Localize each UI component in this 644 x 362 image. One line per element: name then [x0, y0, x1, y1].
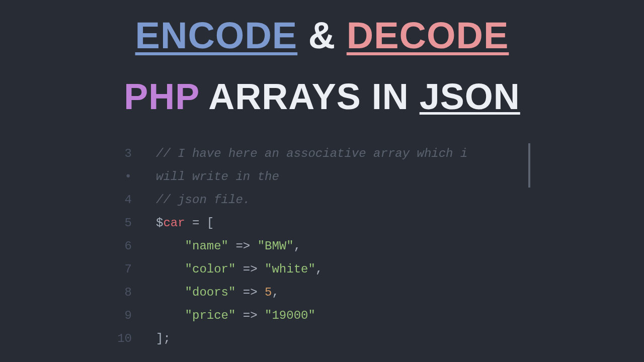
code-line: •will write in the — [116, 165, 528, 189]
code-token — [156, 262, 185, 276]
code-content: // json file. — [156, 189, 528, 212]
code-editor: 3// I have here an associative array whi… — [116, 142, 528, 350]
code-token: "name" — [185, 239, 228, 253]
code-token: // I have here an associative array whic… — [156, 147, 467, 160]
title-block: ENCODE & DECODE PHP ARRAYS IN JSON — [0, 0, 644, 117]
code-line: 7 "color" => "white", — [116, 258, 528, 281]
code-line: 10]; — [116, 327, 528, 350]
title-word-json: JSON — [420, 76, 520, 117]
code-token: car — [163, 216, 185, 230]
code-line: 9 "price" => "19000" — [116, 304, 528, 327]
code-token: , — [294, 239, 301, 253]
line-number: 4 — [116, 189, 156, 212]
code-token: = — [185, 216, 207, 230]
line-number: 10 — [116, 327, 156, 350]
code-line: 8 "doors" => 5, — [116, 281, 528, 304]
code-token: will write in the — [156, 170, 279, 184]
code-token: 5 — [265, 286, 272, 299]
code-token: => — [235, 286, 265, 299]
code-token: "price" — [185, 309, 236, 322]
code-block: 3// I have here an associative array whi… — [116, 142, 528, 350]
code-line: 3// I have here an associative array whi… — [116, 142, 528, 165]
code-line: 6 "name" => "BMW", — [116, 235, 528, 258]
title-line-1: ENCODE & DECODE — [0, 15, 644, 56]
code-token — [156, 286, 185, 299]
code-content: "name" => "BMW", — [156, 235, 528, 258]
code-token: "BMW" — [258, 239, 294, 253]
line-number: 6 — [116, 235, 156, 258]
code-token: , — [315, 262, 323, 276]
code-content: ]; — [156, 327, 528, 350]
code-line: 4// json file. — [116, 189, 528, 212]
line-number: 8 — [116, 281, 156, 304]
code-token: "19000" — [265, 309, 315, 322]
code-content: // I have here an associative array whic… — [156, 142, 528, 165]
title-word-decode: DECODE — [347, 15, 509, 56]
code-token: => — [235, 262, 265, 276]
cursor-indicator — [528, 143, 530, 188]
title-word-php: PHP — [124, 76, 199, 117]
code-token: // json file. — [156, 193, 250, 207]
code-content: "color" => "white", — [156, 258, 528, 281]
code-token: "color" — [185, 262, 236, 276]
line-number: 7 — [116, 258, 156, 281]
line-number: 5 — [116, 212, 156, 235]
code-token: => — [235, 309, 265, 322]
code-content: "price" => "19000" — [156, 304, 528, 327]
code-token: "white" — [265, 262, 315, 276]
code-token: , — [272, 286, 279, 299]
line-number: 9 — [116, 304, 156, 327]
title-words-arrays-in: ARRAYS IN — [199, 76, 420, 117]
title-line-2: PHP ARRAYS IN JSON — [0, 77, 644, 117]
code-content: $car = [ — [156, 212, 528, 235]
line-number: • — [116, 165, 156, 189]
title-ampersand: & — [308, 15, 336, 56]
code-token: $ — [156, 216, 163, 230]
code-content: "doors" => 5, — [156, 281, 528, 304]
code-line: 5$car = [ — [116, 212, 528, 235]
code-token: ]; — [156, 332, 171, 345]
title-word-encode: ENCODE — [135, 15, 298, 56]
code-token — [156, 309, 185, 322]
code-token: => — [228, 239, 258, 253]
code-token: "doors" — [185, 286, 236, 299]
code-token — [156, 239, 185, 253]
line-number: 3 — [116, 142, 156, 165]
code-content: will write in the — [156, 165, 528, 189]
code-token: [ — [207, 216, 214, 230]
